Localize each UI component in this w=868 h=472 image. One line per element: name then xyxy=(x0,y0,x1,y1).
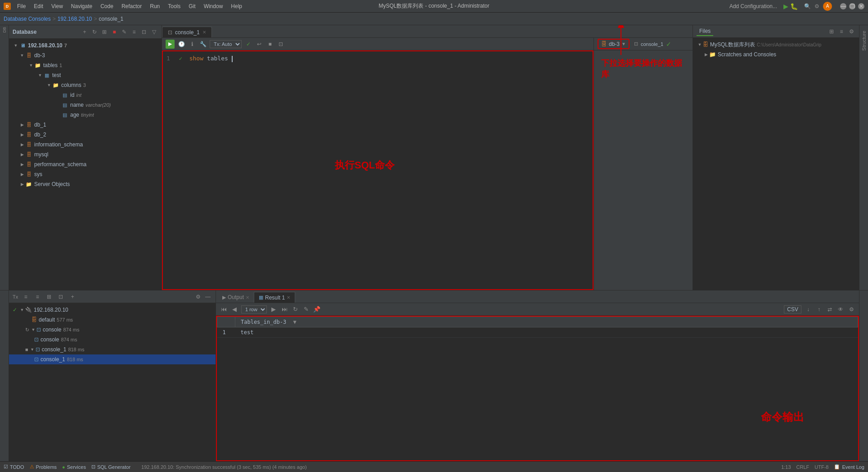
event-log-button[interactable]: 📋 Event Log xyxy=(834,464,864,470)
output-last-btn[interactable]: ⏭ xyxy=(280,305,288,313)
services-gear-btn[interactable]: ⚙ xyxy=(194,293,202,301)
output-tab[interactable]: ▶ Output ✕ xyxy=(218,292,254,303)
breadcrumb-databases[interactable]: Database Consoles xyxy=(4,16,51,22)
menu-navigate[interactable]: Navigate xyxy=(67,2,96,10)
tree-mysql[interactable]: ▶ 🗄 mysql xyxy=(9,150,162,159)
console-tab-close[interactable]: ✕ xyxy=(202,30,206,35)
output-pin-btn[interactable]: 📌 xyxy=(313,305,321,313)
view-button[interactable]: ⊡ xyxy=(277,40,285,48)
output-first-btn[interactable]: ⏮ xyxy=(220,305,228,313)
menu-run[interactable]: Run xyxy=(146,2,163,10)
services-server[interactable]: ✓ ▼ 🔌 192.168.20.10 xyxy=(9,305,216,315)
sql-content[interactable]: show tables xyxy=(189,55,233,62)
tree-db1[interactable]: ▶ 🗄 db_1 xyxy=(9,120,162,130)
output-refresh-btn[interactable]: ↻ xyxy=(291,305,299,313)
user-avatar[interactable]: A xyxy=(823,2,832,11)
menu-edit[interactable]: Edit xyxy=(30,2,47,10)
breadcrumb-ip[interactable]: 192.168.20.10 xyxy=(58,16,92,22)
output-next-btn[interactable]: ▶ xyxy=(270,305,278,313)
csv-button[interactable]: CSV xyxy=(784,305,801,313)
row-count-select[interactable]: 1 row xyxy=(241,305,267,313)
menu-refactor[interactable]: Refactor xyxy=(118,2,145,10)
tree-col-name[interactable]: ▶ ▤ name varchar(20) xyxy=(9,100,162,110)
files-tab[interactable]: Files xyxy=(697,27,713,36)
maximize-button[interactable]: ❐ xyxy=(849,3,855,9)
tree-columns[interactable]: ▼ 📁 columns 3 xyxy=(9,80,162,90)
tree-server[interactable]: ▼ 🖥 192.168.20.10 7 xyxy=(9,41,162,50)
console-tab[interactable]: ⊡ console_1 ✕ xyxy=(162,27,212,37)
file-project-item[interactable]: ▼ 🗄 MySQL数据库列表 C:\Users\Administrator\Da… xyxy=(693,40,859,50)
explain-button[interactable]: ℹ xyxy=(188,40,196,48)
tree-col-id[interactable]: ▶ ▤ id int xyxy=(9,90,162,100)
services-default[interactable]: ▶ 🗄 default 577 ms xyxy=(9,315,216,325)
tree-server-objects[interactable]: ▶ 📁 Server Objects xyxy=(9,179,162,189)
stop-button[interactable]: ■ xyxy=(266,40,274,48)
file-panel-btn1[interactable]: ⊞ xyxy=(828,27,836,36)
output-download-btn[interactable]: ↓ xyxy=(804,305,812,313)
result1-tab[interactable]: ▦ Result 1 ✕ xyxy=(254,292,295,303)
run-icon[interactable]: ▶ xyxy=(783,3,788,10)
services-close-btn[interactable]: — xyxy=(204,293,212,301)
result1-tab-close[interactable]: ✕ xyxy=(287,295,290,300)
menu-tools[interactable]: Tools xyxy=(164,2,184,10)
commit-button[interactable]: ✓ xyxy=(244,40,252,48)
services-btn4[interactable]: ⊡ xyxy=(57,293,65,301)
output-settings-btn[interactable]: ⚙ xyxy=(847,305,855,313)
tree-infoschema[interactable]: ▶ 🗄 information_schema xyxy=(9,140,162,150)
toolbar-settings-icon[interactable]: ⚙ xyxy=(814,3,819,9)
services-status-button[interactable]: ● Services xyxy=(62,464,86,470)
menu-code[interactable]: Code xyxy=(97,2,117,10)
close-button[interactable]: ✕ xyxy=(858,3,864,9)
run-query-button[interactable]: ▶ xyxy=(166,40,175,49)
menu-git[interactable]: Git xyxy=(185,2,199,10)
tree-db3[interactable]: ▼ 🗄 db-3 xyxy=(9,50,162,60)
db-refresh-button[interactable]: ↻ xyxy=(90,28,99,36)
menu-help[interactable]: Help xyxy=(227,2,246,10)
db-filter2-button[interactable]: ▽ xyxy=(150,28,158,36)
tree-perfschema[interactable]: ▶ 🗄 performance_schema xyxy=(9,159,162,169)
format-button[interactable]: 🔧 xyxy=(199,40,207,48)
tree-sys[interactable]: ▶ 🗄 sys xyxy=(9,169,162,179)
problems-button[interactable]: ⚠ Problems xyxy=(30,464,57,470)
sql-gen-button[interactable]: ⊡ SQL Generator xyxy=(91,464,130,470)
services-btn5[interactable]: + xyxy=(68,293,76,301)
todo-button[interactable]: ☑ TODO xyxy=(4,464,24,470)
file-panel-btn2[interactable]: ≡ xyxy=(837,27,846,36)
col-menu-icon[interactable]: ▼ xyxy=(293,319,296,325)
db-edit-button[interactable]: ≡ xyxy=(130,28,138,36)
output-compare-btn[interactable]: ⇄ xyxy=(826,305,834,313)
output-upload-btn[interactable]: ↑ xyxy=(815,305,823,313)
file-panel-btn3[interactable]: ⚙ xyxy=(847,27,855,36)
menu-file[interactable]: File xyxy=(13,2,29,10)
history-button[interactable]: 🕐 xyxy=(177,40,185,48)
output-view2-btn[interactable]: 👁 xyxy=(837,305,845,313)
sql-editor[interactable]: 1 ✓ show tables 执行SQL命令 xyxy=(162,50,594,290)
output-content[interactable]: Tables_in_db-3 ▼ 1 test 命令输出 xyxy=(216,316,859,461)
db-filter-button[interactable]: ⊞ xyxy=(100,28,108,36)
menu-view[interactable]: View xyxy=(48,2,67,10)
rollback-button[interactable]: ↩ xyxy=(255,40,263,48)
services-console-group[interactable]: ↻ ▼ ⊡ console 874 ms xyxy=(9,325,216,335)
services-btn2[interactable]: ≡ xyxy=(33,293,41,301)
tree-col-age[interactable]: ▶ ▤ age tinyint xyxy=(9,110,162,120)
db-stop-button[interactable]: ■ xyxy=(110,28,118,36)
tree-tables[interactable]: ▼ 📁 tables 1 xyxy=(9,60,162,70)
minimize-button[interactable]: — xyxy=(840,3,846,9)
output-tab-close[interactable]: ✕ xyxy=(246,295,249,300)
toolbar-search-icon[interactable]: 🔍 xyxy=(804,3,811,9)
structure-label[interactable]: Structure xyxy=(860,27,868,54)
db-add-button[interactable]: + xyxy=(81,28,89,36)
file-scratches-item[interactable]: ▶ 📁 Scratches and Consoles xyxy=(693,50,859,59)
db-properties-button[interactable]: ✎ xyxy=(120,28,128,36)
db-strip-label[interactable]: DB xyxy=(2,27,7,33)
output-prev-btn[interactable]: ◀ xyxy=(230,305,238,313)
services-btn1[interactable]: ≡ xyxy=(22,293,30,301)
menu-window[interactable]: Window xyxy=(200,2,227,10)
tree-test[interactable]: ▼ ▦ test xyxy=(9,70,162,80)
tree-db2[interactable]: ▶ 🗄 db_2 xyxy=(9,130,162,140)
output-edit-btn[interactable]: ✎ xyxy=(302,305,310,313)
services-console-item[interactable]: ⊡ console 874 ms xyxy=(9,335,216,345)
transaction-select[interactable]: Tx: Auto xyxy=(210,40,242,48)
services-console1-item[interactable]: ⊡ console_1 818 ms xyxy=(9,354,216,364)
db-structure-button[interactable]: ⊡ xyxy=(140,28,148,36)
